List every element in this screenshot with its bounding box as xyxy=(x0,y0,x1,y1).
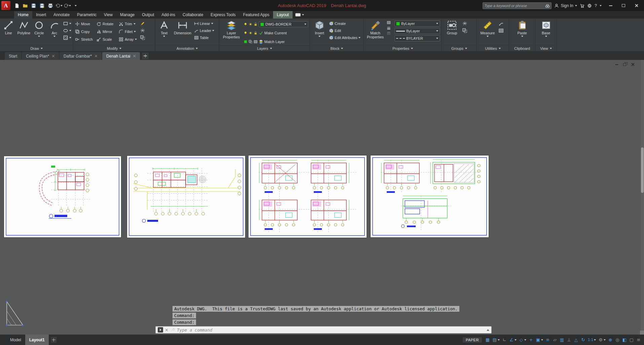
chevron-down-icon[interactable] xyxy=(53,36,55,37)
layout-sheet-4[interactable] xyxy=(371,156,489,237)
ribbon-tab-parametric[interactable]: Parametric xyxy=(73,11,100,19)
chevron-down-icon[interactable] xyxy=(304,24,306,25)
layer-freeze-icon[interactable] xyxy=(249,22,253,26)
chevron-down-icon[interactable] xyxy=(600,5,602,6)
chevron-down-icon[interactable] xyxy=(436,38,438,39)
ribbon-tab-home[interactable]: Home xyxy=(14,11,32,19)
sign-in-button[interactable]: Sign In xyxy=(554,3,577,8)
snap-mode-toggle[interactable]: ▤ xyxy=(491,336,501,344)
new-drawing-tab-button[interactable] xyxy=(142,53,149,59)
text-button[interactable]: Text xyxy=(157,20,171,37)
workspace-switching-button[interactable]: ⚙ xyxy=(597,336,607,344)
erase-button[interactable] xyxy=(140,21,145,26)
dimension-button[interactable]: Dimension xyxy=(173,20,192,35)
block-panel-title[interactable]: Block xyxy=(310,45,364,51)
object-snap-toggle[interactable]: ▣ xyxy=(535,336,544,344)
chevron-down-icon[interactable] xyxy=(163,36,165,37)
layer-unisolate-icon[interactable] xyxy=(249,31,253,35)
id-point-button[interactable] xyxy=(498,21,504,26)
close-icon[interactable] xyxy=(52,55,55,58)
paste-button[interactable]: Paste xyxy=(514,20,531,37)
chevron-down-icon[interactable] xyxy=(521,36,523,37)
ribbon-tab-layout[interactable]: Layout xyxy=(273,11,293,19)
move-button[interactable]: Move xyxy=(75,22,95,26)
grid-display-toggle[interactable]: ▦ xyxy=(484,336,491,344)
polyline-button[interactable]: Polyline xyxy=(17,20,31,35)
layer-properties-button[interactable]: Layer Properties xyxy=(221,20,242,39)
undo-button[interactable] xyxy=(55,2,63,9)
chevron-down-icon[interactable] xyxy=(69,37,71,38)
fillet-button[interactable]: Fillet xyxy=(119,29,138,34)
customization-button[interactable]: ≡ xyxy=(635,336,642,344)
maximize-button[interactable] xyxy=(617,0,630,11)
quick-calc-button[interactable] xyxy=(498,28,504,33)
stay-connected-icon[interactable] xyxy=(587,3,592,8)
chevron-down-icon[interactable] xyxy=(604,339,606,341)
measure-button[interactable]: Measure xyxy=(479,20,497,37)
file-tab-denah-lantai[interactable]: Denah Lantai xyxy=(102,52,140,60)
layer-previous-icon[interactable] xyxy=(249,40,253,44)
properties-panel-title[interactable]: Properties xyxy=(364,45,442,51)
vertical-scrollbar[interactable] xyxy=(641,60,644,335)
trim-button[interactable]: Trim xyxy=(119,22,138,26)
annotation-scale-button[interactable]: 1:1 xyxy=(587,336,597,344)
modify-panel-title[interactable]: Modify xyxy=(73,45,155,51)
chevron-down-icon[interactable] xyxy=(436,23,438,24)
rotate-button[interactable]: Rotate xyxy=(97,22,117,26)
chevron-down-icon[interactable] xyxy=(38,36,40,37)
base-button[interactable]: Base xyxy=(538,20,554,37)
ribbon-tab-output[interactable]: Output xyxy=(138,11,158,19)
match-layer-button[interactable]: Match Layer xyxy=(259,39,285,45)
command-line-bar[interactable] xyxy=(155,326,492,334)
chevron-down-icon[interactable] xyxy=(545,36,547,37)
layer-walk-icon[interactable] xyxy=(243,40,248,44)
search-binoculars-icon[interactable] xyxy=(545,3,550,8)
scale-button[interactable]: Scale xyxy=(97,37,117,42)
expand-history-icon[interactable] xyxy=(487,329,489,331)
layout-sheet-2[interactable] xyxy=(127,156,245,238)
layers-panel-title[interactable]: Layers xyxy=(219,45,310,51)
chevron-down-icon[interactable] xyxy=(358,37,361,38)
chevron-down-icon[interactable] xyxy=(135,39,137,40)
autocad-logo-icon[interactable]: A xyxy=(1,1,10,10)
chevron-down-icon[interactable] xyxy=(212,30,214,31)
chevron-down-icon[interactable] xyxy=(134,23,136,25)
layer-unlock-icon[interactable] xyxy=(254,31,258,35)
layer-off-bulb-icon[interactable] xyxy=(243,22,248,26)
doc-close-icon[interactable] xyxy=(631,63,635,66)
isolate-objects-button[interactable]: ◎ xyxy=(614,336,621,344)
arc-button[interactable]: Arc xyxy=(48,20,62,37)
chevron-down-icon[interactable] xyxy=(541,339,543,341)
layout1-tab[interactable]: Layout1 xyxy=(25,335,49,345)
chevron-down-icon[interactable] xyxy=(436,30,438,32)
explode-button[interactable] xyxy=(140,28,145,33)
edit-block-button[interactable]: Edit xyxy=(329,28,361,33)
color-list-icon[interactable] xyxy=(387,21,391,25)
doc-restore-icon[interactable] xyxy=(623,63,626,66)
ellipse-button[interactable] xyxy=(63,28,71,33)
layer-lock-icon[interactable] xyxy=(254,22,258,26)
chevron-down-icon[interactable] xyxy=(69,30,71,31)
open-file-button[interactable] xyxy=(22,2,29,9)
polar-tracking-toggle[interactable]: ∠ xyxy=(508,336,518,344)
chevron-down-icon[interactable] xyxy=(318,36,320,37)
ribbon-tab-featured-apps[interactable]: Featured Apps xyxy=(239,11,273,19)
new-file-button[interactable] xyxy=(13,2,21,9)
view-panel-title[interactable]: View xyxy=(535,45,557,51)
file-tab-ceiling-plan[interactable]: Ceiling Plan* xyxy=(22,52,59,60)
linear-dimension-button[interactable]: Linear xyxy=(194,21,214,26)
app-store-cart-icon[interactable] xyxy=(580,3,584,8)
drawing-area[interactable]: Autodesk DWG. This file is a TrustedDWG … xyxy=(0,60,644,335)
object-snap-tracking-toggle[interactable]: + xyxy=(528,336,534,344)
lineweight-toggle[interactable]: ≡ xyxy=(544,336,551,344)
ribbon-tab-view[interactable]: View xyxy=(100,11,116,19)
mirror-button[interactable]: Mirror xyxy=(97,29,117,34)
stretch-button[interactable]: Stretch xyxy=(75,37,95,42)
edit-attributes-button[interactable]: Edit Attributes xyxy=(329,35,361,40)
ungroup-button[interactable] xyxy=(462,21,467,26)
utilities-panel-title[interactable]: Utilities xyxy=(477,45,509,51)
isometric-drafting-toggle[interactable]: ◇ xyxy=(518,336,527,344)
paper-space-toggle[interactable]: PAPER xyxy=(463,337,482,343)
ribbon-display-toggle[interactable] xyxy=(293,11,307,19)
ribbon-tab-collaborate[interactable]: Collaborate xyxy=(179,11,207,19)
